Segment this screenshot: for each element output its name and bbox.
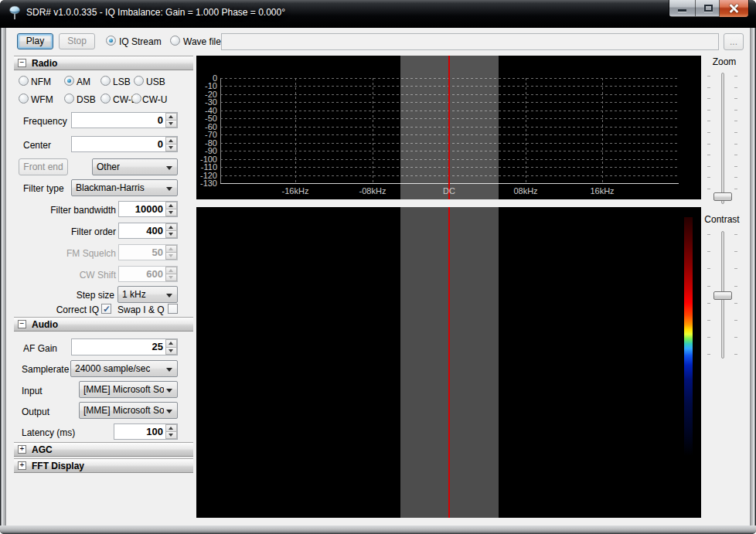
contrast-ticks-left: [707, 234, 710, 355]
minimize-button[interactable]: [669, 0, 695, 16]
waterfall-plot[interactable]: [196, 207, 701, 518]
mode-radio-lsb[interactable]: [100, 76, 111, 86]
maximize-icon: [704, 5, 713, 12]
arrow-up-icon: [169, 269, 173, 272]
titlebar[interactable]: SDR# v1.0.0.335 - IQ Imbalance: Gain = 1…: [0, 0, 756, 28]
step-size-label: Step size: [37, 290, 114, 301]
dropdown-arrow-icon: [166, 389, 172, 393]
expand-icon[interactable]: +: [18, 445, 26, 454]
zoom-slider-track[interactable]: [721, 73, 724, 204]
iq-stream-label: IQ Stream: [119, 36, 162, 47]
x-axis-tick-label: -08kHz: [349, 186, 396, 196]
filter-bandwidth-input[interactable]: 10000: [118, 201, 178, 217]
arrow-up-icon: [169, 427, 173, 430]
af-gain-input[interactable]: 25: [71, 338, 178, 355]
af-gain-value: 25: [72, 339, 165, 355]
audio-panel-title: Audio: [32, 319, 58, 330]
maximize-button[interactable]: [695, 0, 720, 16]
frequency-value: 0: [72, 113, 165, 128]
zoom-ticks-left: [707, 76, 710, 189]
mode-radio-dsb[interactable]: [64, 94, 74, 104]
spin-up-button[interactable]: [165, 137, 177, 145]
filter-bandwidth-value: 10000: [119, 202, 165, 216]
input-device-select[interactable]: [MME] Microsoft Sound: [79, 381, 178, 398]
samplerate-select[interactable]: 24000 sample/sec: [70, 360, 178, 377]
filter-order-input[interactable]: 400: [118, 223, 178, 239]
agc-panel-header[interactable]: + AGC: [14, 442, 193, 457]
spin-up-button[interactable]: [165, 113, 177, 121]
arrow-up-icon: [169, 342, 173, 345]
filter-type-label: Filter type: [23, 183, 64, 194]
front-end-select[interactable]: Other: [92, 158, 178, 175]
center-label: Center: [23, 140, 51, 151]
swap-iq-checkbox[interactable]: [168, 304, 178, 314]
minimize-icon: [678, 9, 686, 12]
arrow-down-icon: [169, 211, 173, 214]
samplerate-selected-option: 24000 sample/sec: [75, 363, 150, 374]
spin-up-button[interactable]: [165, 202, 177, 209]
collapse-icon[interactable]: −: [18, 320, 26, 328]
mode-radio-cwu[interactable]: [131, 94, 141, 104]
contrast-slider-thumb[interactable]: [713, 291, 732, 300]
arrow-down-icon: [169, 146, 173, 149]
browse-button: ...: [724, 33, 744, 50]
mode-radio-cwl[interactable]: [100, 94, 111, 104]
spin-down-button[interactable]: [165, 432, 177, 439]
arrow-down-icon: [169, 122, 173, 125]
spin-down-button[interactable]: [165, 209, 177, 216]
fm-squelch-value: 50: [119, 245, 165, 260]
spin-up-button[interactable]: [165, 339, 177, 348]
radio-panel-header[interactable]: − Radio: [14, 56, 193, 70]
spin-up-button[interactable]: [165, 424, 177, 432]
x-axis-tick-label: DC: [426, 186, 472, 196]
window-border-left: [0, 28, 6, 525]
audio-panel-header[interactable]: − Audio: [14, 317, 193, 332]
spin-down-button[interactable]: [165, 121, 177, 128]
mode-label-nfm: NFM: [31, 77, 51, 87]
expand-icon[interactable]: +: [18, 461, 26, 470]
arrow-up-icon: [169, 247, 173, 250]
mode-radio-wfm[interactable]: [19, 94, 29, 104]
filter-type-select[interactable]: Blackman-Harris: [71, 179, 178, 196]
dropdown-arrow-icon: [166, 187, 172, 191]
cw-shift-value: 600: [119, 267, 165, 281]
spin-up-button: [165, 245, 177, 253]
app-window: SDR# v1.0.0.335 - IQ Imbalance: Gain = 1…: [0, 0, 756, 534]
fm-squelch-input: 50: [118, 244, 178, 260]
output-device-select[interactable]: [MME] Microsoft Sound: [79, 402, 178, 419]
x-axis-tick-label: 16kHz: [579, 186, 625, 196]
arrow-down-icon: [169, 254, 173, 257]
spin-down-button[interactable]: [165, 145, 177, 151]
center-spinner: [165, 137, 177, 151]
mode-radio-usb[interactable]: [134, 76, 144, 86]
step-size-selected-option: 1 kHz: [122, 289, 146, 300]
mode-radio-am[interactable]: [64, 76, 74, 86]
spin-up-button[interactable]: [165, 223, 177, 231]
wave-file-label: Wave file: [183, 36, 221, 47]
latency-spinner: [165, 424, 177, 439]
zoom-slider-thumb[interactable]: [713, 192, 732, 201]
mode-radio-nfm[interactable]: [19, 76, 29, 86]
dropdown-arrow-icon: [166, 294, 172, 298]
play-button[interactable]: Play: [17, 33, 53, 49]
zoom-slider-label: Zoom: [702, 56, 747, 67]
fft-display-panel-header[interactable]: + FFT Display: [14, 458, 193, 473]
iq-stream-radio[interactable]: [106, 36, 116, 46]
close-button[interactable]: [720, 0, 748, 17]
center-input[interactable]: 0: [71, 136, 178, 152]
spin-down-button[interactable]: [165, 231, 177, 238]
frequency-input[interactable]: 0: [71, 112, 178, 128]
arrow-down-icon: [169, 233, 173, 236]
wave-file-radio[interactable]: [170, 36, 180, 46]
correct-iq-checkbox[interactable]: [101, 304, 111, 314]
latency-input[interactable]: 100: [114, 423, 178, 440]
v-gridline: [526, 78, 526, 184]
collapse-icon[interactable]: −: [18, 59, 26, 67]
mode-label-lsb: LSB: [113, 77, 131, 87]
waterfall-palette-bar: [684, 217, 693, 456]
step-size-select[interactable]: 1 kHz: [117, 286, 178, 303]
spin-down-button[interactable]: [165, 348, 177, 355]
v-gridline: [295, 78, 296, 184]
spectrum-plot[interactable]: 0-10-20-30-40-50-60-70-80-90-100-110-120…: [196, 56, 701, 199]
latency-value: 100: [114, 424, 165, 439]
